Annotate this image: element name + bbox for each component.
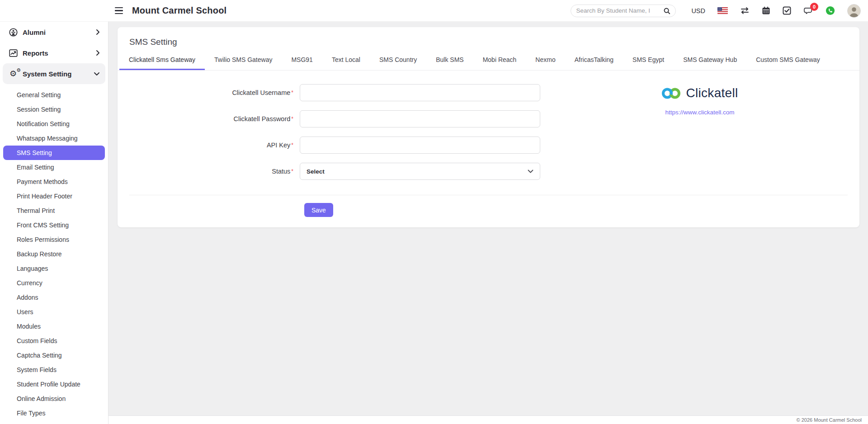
clickatell-logo-icon (661, 87, 682, 99)
footer: © 2026 Mount Carmel School (108, 415, 868, 424)
page-title: Mount Carmel School (132, 5, 226, 16)
sidebar-subitem[interactable]: Front CMS Setting (3, 218, 105, 232)
copyright-text: © 2026 Mount Carmel School (797, 417, 862, 423)
status-select[interactable]: Select (300, 163, 540, 180)
main-content: SMS Setting Clickatell Sms GatewayTwilio… (108, 22, 868, 424)
status-select-value: Select (307, 168, 325, 175)
sidebar-item-label: System Setting (23, 70, 94, 78)
gateway-tabs: Clickatell Sms GatewayTwilio SMS Gateway… (118, 50, 859, 71)
search-icon[interactable] (663, 7, 670, 14)
gateway-tab[interactable]: Text Local (322, 50, 370, 70)
form-row-status: Status* Select (118, 163, 859, 180)
gateway-tab[interactable]: SMS Gateway Hub (674, 50, 746, 70)
chevron-down-icon (94, 72, 100, 76)
required-marker: * (291, 168, 293, 174)
sidebar-item-alumni[interactable]: Alumni (3, 22, 105, 42)
sidebar-subitem[interactable]: Backup Restore (3, 247, 105, 261)
gateway-tab[interactable]: SMS Egypt (623, 50, 674, 70)
sidebar-subitem[interactable]: Thermal Print (3, 203, 105, 218)
required-marker: * (291, 142, 293, 148)
form-row-apikey: API Key* (118, 137, 859, 154)
system-setting-submenu: General SettingSession SettingNotificati… (0, 84, 108, 424)
required-marker: * (291, 90, 293, 96)
chevron-right-icon (96, 50, 100, 56)
field-label: Clickatell Password* (118, 110, 300, 127)
gears-icon: ⚙⚙ (8, 70, 18, 78)
sidebar-subitem[interactable]: Addons (3, 290, 105, 305)
messages-icon[interactable]: 0 (803, 6, 813, 15)
top-header: Mount Carmel School USD (0, 0, 868, 22)
alumni-icon (8, 28, 18, 37)
sidebar-subitem[interactable]: SMS Setting (3, 146, 105, 160)
sidebar-item-system-setting[interactable]: ⚙⚙ System Setting (3, 63, 105, 84)
api-key-input[interactable] (300, 137, 540, 154)
student-search[interactable] (571, 5, 676, 17)
gateway-url-link[interactable]: https://www.clickatell.com (665, 109, 734, 116)
language-flag[interactable] (717, 7, 728, 14)
form-divider (129, 195, 848, 195)
sidebar-subitem[interactable]: Notification Setting (3, 117, 105, 131)
gateway-tab[interactable]: Clickatell Sms Gateway (119, 50, 205, 70)
card-title: SMS Setting (118, 27, 859, 50)
sidebar-item-label: Alumni (23, 28, 96, 36)
gateway-tab[interactable]: Custom SMS Gateway (746, 50, 830, 70)
exchange-icon[interactable] (740, 7, 750, 14)
gateway-tab[interactable]: Nexmo (526, 50, 565, 70)
field-label: Status* (118, 163, 300, 180)
chevron-down-icon (528, 170, 533, 173)
user-avatar[interactable] (847, 4, 861, 18)
sidebar-subitem[interactable]: Captcha Setting (3, 348, 105, 363)
currency-selector[interactable]: USD (691, 7, 705, 14)
sidebar-item-reports[interactable]: Reports (3, 42, 105, 63)
search-input[interactable] (576, 7, 663, 14)
clickatell-username-input[interactable] (300, 84, 540, 101)
whatsapp-icon[interactable] (826, 6, 835, 15)
sidebar-subitem[interactable]: Payment Methods (3, 174, 105, 189)
gateway-brand-name: Clickatell (686, 86, 738, 100)
gateway-tab[interactable]: Twilio SMS Gateway (205, 50, 282, 70)
sidebar-item-label: Reports (23, 49, 96, 57)
sidebar-subitem[interactable]: Print Header Footer (3, 189, 105, 203)
task-check-icon[interactable] (783, 6, 791, 15)
menu-icon[interactable] (115, 6, 125, 16)
sidebar-subitem[interactable]: System Fields (3, 363, 105, 377)
sidebar-subitem[interactable]: Student Profile Update (3, 377, 105, 391)
sidebar-subitem[interactable]: Whatsapp Messaging (3, 131, 105, 146)
clickatell-password-input[interactable] (300, 110, 540, 127)
us-flag-icon (717, 7, 728, 14)
gateway-tab[interactable]: Mobi Reach (473, 50, 526, 70)
gateway-tab[interactable]: Bulk SMS (426, 50, 473, 70)
chevron-right-icon (96, 29, 100, 35)
sidebar-subitem[interactable]: Users (3, 305, 105, 319)
reports-icon (8, 49, 18, 57)
field-label: Clickatell Username* (118, 84, 300, 101)
required-marker: * (291, 116, 293, 122)
sidebar-subitem[interactable]: Online Admission (3, 391, 105, 406)
sidebar: Alumni Reports ⚙⚙ System Setting General… (0, 22, 108, 424)
sidebar-subitem[interactable]: File Types (3, 406, 105, 420)
sidebar-subitem[interactable]: Languages (3, 261, 105, 276)
header-toolbar: USD (571, 4, 868, 18)
sidebar-subitem[interactable]: Sidebar Menu (3, 420, 105, 424)
sidebar-subitem[interactable]: Custom Fields (3, 334, 105, 348)
sidebar-subitem[interactable]: Session Setting (3, 102, 105, 117)
gateway-tab[interactable]: MSG91 (282, 50, 322, 70)
sidebar-subitem[interactable]: Currency (3, 276, 105, 290)
gateway-tab[interactable]: SMS Country (370, 50, 426, 70)
sidebar-subitem[interactable]: Modules (3, 319, 105, 334)
gateway-tab[interactable]: AfricasTalking (565, 50, 623, 70)
save-button[interactable]: Save (304, 203, 333, 217)
calendar-icon[interactable] (762, 6, 770, 15)
sms-setting-card: SMS Setting Clickatell Sms GatewayTwilio… (118, 27, 859, 227)
sidebar-subitem[interactable]: General Setting (3, 88, 105, 102)
sidebar-subitem[interactable]: Email Setting (3, 160, 105, 174)
field-label: API Key* (118, 137, 300, 154)
sidebar-subitem[interactable]: Roles Permissions (3, 232, 105, 247)
gateway-brand-block: Clickatell https://www.clickatell.com (646, 86, 754, 116)
message-count-badge: 0 (810, 3, 818, 11)
